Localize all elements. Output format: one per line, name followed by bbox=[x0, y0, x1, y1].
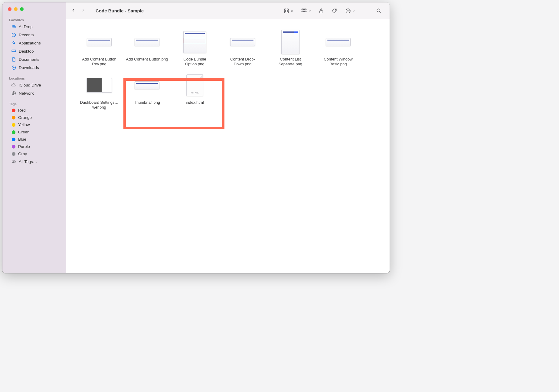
sidebar-section-header: Locations bbox=[2, 75, 66, 81]
sidebar-item-label: Orange bbox=[18, 115, 32, 120]
sidebar-item-label: Documents bbox=[19, 57, 39, 62]
sidebar-item-label: Blue bbox=[18, 137, 26, 142]
file-thumbnail bbox=[229, 28, 257, 56]
svg-rect-16 bbox=[305, 11, 306, 12]
svg-rect-11 bbox=[302, 9, 302, 10]
file-item[interactable]: Add Content Button.png bbox=[124, 25, 170, 67]
clock-icon bbox=[11, 32, 16, 38]
tag-yellow-icon bbox=[12, 123, 15, 127]
cloud-icon bbox=[11, 82, 16, 88]
file-thumbnail bbox=[324, 28, 352, 56]
nav-arrows bbox=[69, 8, 89, 14]
sidebar-section-header: Tags bbox=[2, 101, 66, 106]
minimize-icon[interactable] bbox=[14, 7, 18, 11]
sidebar-item-applications[interactable]: Applications bbox=[4, 39, 64, 47]
tag-red-icon bbox=[12, 109, 15, 112]
all-tags-icon bbox=[11, 159, 16, 164]
icon-grid: Add Content Button Rev.png Add Content B… bbox=[76, 25, 384, 111]
sidebar-section-locations: Locations iCloud Drive Network bbox=[2, 75, 66, 97]
document-icon bbox=[11, 57, 16, 62]
download-icon bbox=[11, 65, 16, 70]
sidebar-item-label: Yellow bbox=[18, 122, 30, 127]
sidebar-item-tag-gray[interactable]: Gray bbox=[4, 150, 64, 157]
svg-rect-8 bbox=[287, 9, 288, 10]
sidebar-item-tag-green[interactable]: Green bbox=[4, 129, 64, 136]
sidebar-item-label: Gray bbox=[18, 152, 27, 156]
file-label: Content List Separate.png bbox=[269, 56, 312, 67]
svg-rect-9 bbox=[284, 11, 286, 13]
sidebar-item-tag-orange[interactable]: Orange bbox=[4, 114, 64, 121]
file-item[interactable]: Content List Separate.png bbox=[267, 25, 313, 67]
sidebar-item-desktop[interactable]: Desktop bbox=[4, 47, 64, 55]
file-label: Thumbnail.png bbox=[134, 99, 160, 105]
file-item[interactable]: Add Content Button Rev.png bbox=[76, 25, 122, 67]
svg-point-6 bbox=[13, 160, 15, 162]
sidebar-item-label: Desktop bbox=[19, 49, 34, 54]
tag-orange-icon bbox=[12, 116, 15, 119]
sidebar-item-network[interactable]: Network bbox=[4, 89, 64, 97]
applications-icon bbox=[11, 40, 16, 46]
desktop-icon bbox=[11, 48, 16, 54]
file-item[interactable]: Code Bundle Option.png bbox=[172, 25, 218, 67]
sidebar-item-label: iCloud Drive bbox=[19, 83, 41, 87]
file-item[interactable]: Content Drop-Down.png bbox=[220, 25, 266, 67]
sidebar-item-icloud[interactable]: iCloud Drive bbox=[4, 81, 64, 89]
tag-gray-icon bbox=[12, 152, 15, 156]
file-thumbnail: HTML bbox=[181, 72, 209, 99]
tags-button[interactable] bbox=[329, 6, 340, 16]
file-item[interactable]: Content Window Basic.png bbox=[315, 25, 361, 67]
svg-rect-14 bbox=[302, 11, 302, 12]
file-label: Add Content Button.png bbox=[126, 56, 168, 62]
airdrop-icon bbox=[11, 24, 16, 29]
file-item[interactable]: HTML index.html bbox=[172, 68, 218, 110]
file-label: Add Content Button Rev.png bbox=[78, 56, 120, 67]
sidebar-item-tag-red[interactable]: Red bbox=[4, 107, 64, 114]
sidebar-item-label: Green bbox=[18, 130, 30, 134]
svg-point-18 bbox=[335, 9, 336, 10]
sidebar-item-all-tags[interactable]: All Tags… bbox=[4, 158, 64, 165]
file-thumbnail bbox=[133, 28, 161, 56]
svg-point-20 bbox=[347, 11, 347, 11]
sidebar-item-label: All Tags… bbox=[19, 159, 37, 164]
sidebar-item-downloads[interactable]: Downloads bbox=[4, 64, 64, 71]
sidebar-section-header: Favorites bbox=[2, 17, 66, 22]
actions-button[interactable] bbox=[342, 6, 358, 16]
file-thumbnail bbox=[85, 28, 113, 56]
file-label: Dashboard Settings…wer.png bbox=[78, 99, 120, 110]
svg-rect-13 bbox=[305, 9, 306, 10]
sidebar-item-label: Applications bbox=[19, 41, 41, 45]
file-thumbnail bbox=[181, 28, 209, 56]
group-by-button[interactable] bbox=[298, 6, 313, 16]
search-button[interactable] bbox=[373, 6, 384, 16]
file-item[interactable]: Dashboard Settings…wer.png bbox=[76, 68, 122, 110]
sidebar-section-favorites: Favorites AirDrop Recents Applications bbox=[2, 17, 66, 72]
sidebar-item-label: Recents bbox=[19, 33, 34, 37]
file-item[interactable]: Thumbnail.png bbox=[124, 68, 170, 110]
sidebar-item-tag-purple[interactable]: Purple bbox=[4, 143, 64, 150]
content-area[interactable]: Add Content Button Rev.png Add Content B… bbox=[66, 19, 390, 273]
globe-icon bbox=[11, 90, 16, 96]
svg-rect-2 bbox=[12, 50, 16, 52]
html-file-icon: HTML bbox=[186, 74, 203, 96]
svg-point-23 bbox=[377, 9, 380, 12]
sidebar-item-documents[interactable]: Documents bbox=[4, 55, 64, 63]
sidebar-item-label: Red bbox=[18, 108, 26, 113]
tag-purple-icon bbox=[12, 145, 15, 149]
close-icon[interactable] bbox=[8, 7, 11, 11]
sidebar-item-recents[interactable]: Recents bbox=[4, 31, 64, 39]
main-pane: Code Bundle - Sample bbox=[66, 2, 390, 273]
view-mode-button[interactable] bbox=[281, 6, 296, 16]
sidebar-item-tag-yellow[interactable]: Yellow bbox=[4, 121, 64, 128]
forward-button[interactable] bbox=[81, 8, 85, 14]
sidebar-item-tag-blue[interactable]: Blue bbox=[4, 136, 64, 143]
share-button[interactable] bbox=[316, 6, 327, 16]
sidebar-item-airdrop[interactable]: AirDrop bbox=[4, 23, 64, 31]
back-button[interactable] bbox=[71, 8, 76, 14]
file-label: Code Bundle Option.png bbox=[174, 56, 216, 67]
zoom-icon[interactable] bbox=[20, 7, 24, 11]
svg-rect-12 bbox=[303, 9, 304, 10]
svg-point-22 bbox=[349, 11, 349, 11]
file-thumbnail bbox=[133, 72, 161, 99]
sidebar-item-label: Purple bbox=[18, 144, 30, 149]
finder-window: Favorites AirDrop Recents Applications bbox=[2, 2, 390, 273]
